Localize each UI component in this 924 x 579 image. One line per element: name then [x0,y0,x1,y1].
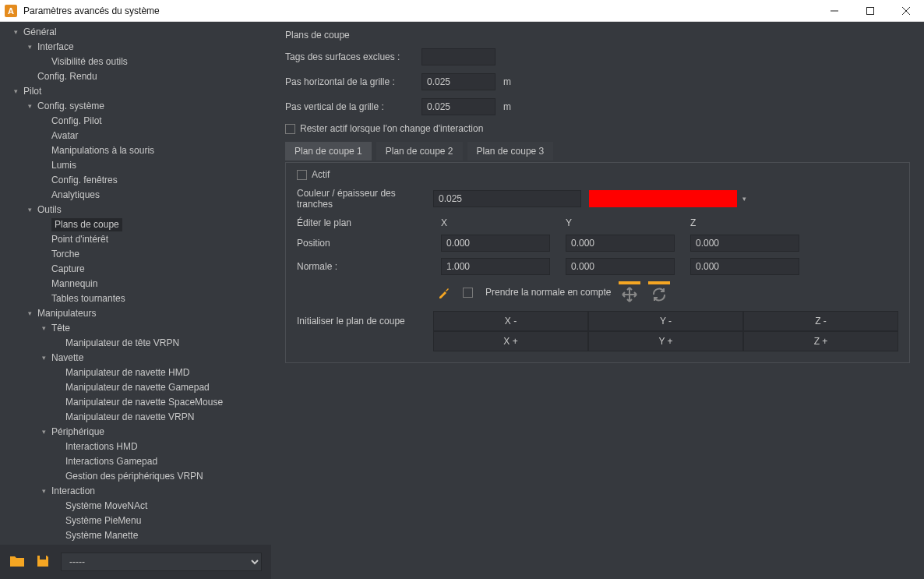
position-z[interactable] [690,235,799,252]
titlebar: A Paramètres avancés du système [0,0,924,22]
init-y-plus[interactable]: Y + [588,331,743,351]
tree-gestion-vrpn[interactable]: Gestion des périphériques VRPN [0,469,271,484]
tree-config-rendu[interactable]: Config. Rendu [0,69,271,84]
tree-sys-piemenu[interactable]: Système PieMenu [0,514,271,528]
tree-manip-nav-hmd[interactable]: Manipulateur de navette HMD [0,365,271,380]
panel-heading: Plans de coupe [285,30,910,41]
actif-label: Actif [312,169,330,180]
plane-panel: Actif Couleur / épaisseur des tranches ▾… [285,162,910,363]
init-x-minus[interactable]: X - [433,311,588,331]
settings-tree[interactable]: ▾Général ▾Interface Visibilité des outil… [0,22,271,545]
normale-z[interactable] [690,258,799,275]
refresh-icon[interactable] [648,281,670,303]
tree-torche[interactable]: Torche [0,247,271,262]
close-button[interactable] [888,0,924,22]
tree-peripherique[interactable]: ▾Périphérique [0,425,271,440]
svg-rect-1 [867,7,874,14]
normal-check-label: Prendre la normale en compte [485,287,611,298]
pas-h-unit: m [503,76,511,87]
tree-visibility[interactable]: Visibilité des outils [0,55,271,69]
position-label: Position [297,238,433,249]
color-swatch[interactable] [589,190,737,207]
tree-sys-manette[interactable]: Système Manette [0,528,271,543]
tree-tete[interactable]: ▾Tête [0,321,271,336]
pas-v-label: Pas vertical de la grille : [285,101,421,112]
pas-v-unit: m [503,101,511,112]
open-folder-icon[interactable] [9,554,25,570]
tree-mannequin[interactable]: Mannequin [0,277,271,291]
tree-point-interet[interactable]: Point d'intérêt [0,232,271,247]
preset-select[interactable]: ----- [61,553,262,571]
tree-capture[interactable]: Capture [0,262,271,277]
tree-avatar[interactable]: Avatar [0,129,271,143]
col-x: X [441,217,558,228]
tree-manip-souris[interactable]: Manipulations à la souris [0,143,271,158]
normale-x[interactable] [441,258,550,275]
tree-sys-movenact[interactable]: Système MoveNAct [0,499,271,514]
pas-h-label: Pas horizontal de la grille : [285,76,421,87]
normal-checkbox[interactable] [463,288,473,298]
eyedropper-icon[interactable] [433,281,455,303]
tree-general[interactable]: ▾Général [0,25,271,40]
tags-label: Tags des surfaces exclues : [285,51,421,62]
edit-label: Éditer le plan [297,217,433,228]
tree-manip-tete-vrpn[interactable]: Manipulateur de tête VRPN [0,336,271,351]
tree-inter-hmd[interactable]: Interactions HMD [0,440,271,454]
tree-outils[interactable]: ▾Outils [0,203,271,217]
tree-vr[interactable]: ▾VR [0,543,271,545]
app-icon: A [5,5,17,17]
move-icon[interactable] [619,281,640,303]
tree-lumis[interactable]: Lumis [0,158,271,173]
init-z-minus[interactable]: Z - [743,311,898,331]
save-icon[interactable] [36,554,50,570]
position-x[interactable] [441,235,550,252]
plane-tabs: Plan de coupe 1 Plan de coupe 2 Plan de … [285,142,910,161]
tree-manipulateurs[interactable]: ▾Manipulateurs [0,306,271,321]
tree-config-systeme[interactable]: ▾Config. système [0,99,271,114]
settings-panel: Plans de coupe Tags des surfaces exclues… [271,22,924,545]
tab-plane-1[interactable]: Plan de coupe 1 [285,142,372,161]
tree-navette[interactable]: ▾Navette [0,351,271,365]
init-x-plus[interactable]: X + [433,331,588,351]
normale-label: Normale : [297,261,433,272]
init-label: Initialiser le plan de coupe [297,311,433,331]
col-z: Z [690,217,807,228]
color-dropdown-icon[interactable]: ▾ [739,190,749,207]
tab-plane-3[interactable]: Plan de coupe 3 [467,142,554,161]
bottom-toolbar: ----- [0,545,271,579]
init-y-minus[interactable]: Y - [588,311,743,331]
tags-input[interactable] [421,48,496,65]
stay-active-checkbox[interactable] [285,124,295,134]
init-z-plus[interactable]: Z + [743,331,898,351]
normale-y[interactable] [566,258,675,275]
tree-manip-nav-vrpn[interactable]: Manipulateur de navette VRPN [0,410,271,425]
tree-plans-de-coupe[interactable]: Plans de coupe [0,217,271,232]
couleur-label: Couleur / épaisseur des tranches [297,188,433,210]
tree-interface[interactable]: ▾Interface [0,40,271,55]
tree-inter-gp[interactable]: Interactions Gamepad [0,454,271,469]
tree-analytiques[interactable]: Analytiques [0,188,271,203]
tree-config-pilot[interactable]: Config. Pilot [0,114,271,129]
window-title: Paramètres avancés du système [23,5,816,16]
stay-active-label: Rester actif lorsque l'on change d'inter… [300,123,483,134]
actif-checkbox[interactable] [297,170,307,180]
minimize-button[interactable] [816,0,852,22]
tree-manip-nav-gp[interactable]: Manipulateur de navette Gamepad [0,380,271,395]
tab-plane-2[interactable]: Plan de coupe 2 [376,142,463,161]
pas-h-input[interactable] [421,73,496,90]
tree-config-fenetres[interactable]: Config. fenêtres [0,173,271,188]
tree-interaction[interactable]: ▾Interaction [0,484,271,499]
maximize-button[interactable] [852,0,888,22]
tree-pilot[interactable]: ▾Pilot [0,84,271,99]
tree-manip-nav-sm[interactable]: Manipulateur de navette SpaceMouse [0,395,271,410]
pas-v-input[interactable] [421,98,496,115]
col-y: Y [566,217,682,228]
epaisseur-input[interactable] [433,190,581,207]
tree-tables[interactable]: Tables tournantes [0,291,271,306]
position-y[interactable] [566,235,675,252]
